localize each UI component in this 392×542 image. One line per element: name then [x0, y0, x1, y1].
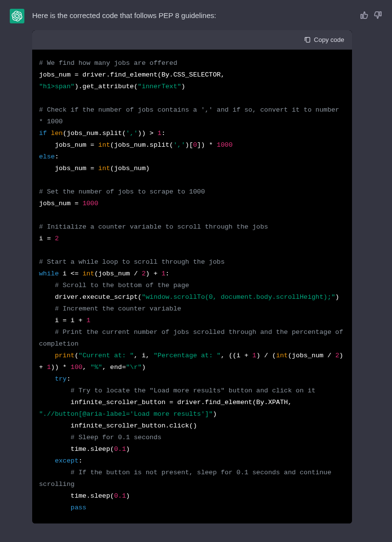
- clipboard-icon: [304, 36, 311, 43]
- code-header: Copy code: [32, 30, 352, 50]
- code-content[interactable]: # We find how many jobs are offered jobs…: [32, 50, 352, 523]
- message-content: Here is the corrected code that follows …: [32, 9, 352, 523]
- thumbs-up-icon[interactable]: [360, 11, 369, 19]
- assistant-message: Here is the corrected code that follows …: [0, 0, 392, 523]
- openai-icon: [12, 11, 22, 21]
- svg-rect-0: [306, 37, 310, 42]
- intro-text: Here is the corrected code that follows …: [32, 9, 352, 21]
- assistant-avatar: [10, 9, 24, 23]
- thumbs-down-icon[interactable]: [373, 11, 382, 19]
- code-block: Copy code # We find how many jobs are of…: [32, 30, 352, 523]
- copy-code-button[interactable]: Copy code: [304, 36, 344, 43]
- feedback-buttons: [360, 9, 382, 523]
- copy-label: Copy code: [314, 36, 344, 43]
